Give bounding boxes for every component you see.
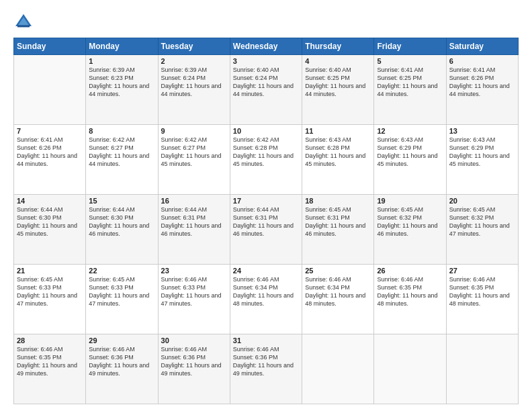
calendar-cell: 27Sunrise: 6:46 AMSunset: 6:35 PMDayligh… [446, 265, 518, 334]
calendar-cell: 10Sunrise: 6:42 AMSunset: 6:28 PMDayligh… [230, 125, 302, 195]
day-number: 1 [89, 57, 154, 65]
day-info: Sunrise: 6:46 AMSunset: 6:34 PMDaylight:… [233, 275, 299, 308]
day-info: Sunrise: 6:43 AMSunset: 6:29 PMDaylight:… [377, 136, 443, 169]
day-number: 11 [305, 127, 371, 135]
day-info: Sunrise: 6:45 AMSunset: 6:31 PMDaylight:… [305, 205, 371, 238]
day-info: Sunrise: 6:40 AMSunset: 6:25 PMDaylight:… [305, 66, 371, 99]
day-number: 23 [161, 267, 227, 275]
calendar-cell: 3Sunrise: 6:40 AMSunset: 6:24 PMDaylight… [230, 55, 302, 125]
svg-rect-2 [17, 26, 30, 28]
day-info: Sunrise: 6:46 AMSunset: 6:36 PMDaylight:… [89, 345, 154, 378]
day-number: 27 [449, 267, 515, 275]
day-number: 28 [17, 336, 83, 345]
day-info: Sunrise: 6:43 AMSunset: 6:29 PMDaylight:… [449, 136, 515, 169]
day-number: 14 [17, 197, 83, 205]
weekday-header-monday: Monday [86, 38, 158, 55]
calendar-cell [446, 334, 518, 404]
day-number: 3 [233, 57, 299, 65]
calendar-cell: 2Sunrise: 6:39 AMSunset: 6:24 PMDaylight… [158, 55, 230, 125]
day-info: Sunrise: 6:45 AMSunset: 6:32 PMDaylight:… [377, 205, 443, 238]
day-number: 16 [161, 197, 227, 205]
calendar-cell: 5Sunrise: 6:41 AMSunset: 6:25 PMDaylight… [374, 55, 446, 125]
day-number: 10 [233, 127, 299, 135]
calendar-cell: 7Sunrise: 6:41 AMSunset: 6:26 PMDaylight… [14, 125, 86, 195]
header [13, 12, 519, 32]
day-info: Sunrise: 6:46 AMSunset: 6:35 PMDaylight:… [17, 345, 83, 378]
calendar-cell: 31Sunrise: 6:46 AMSunset: 6:36 PMDayligh… [230, 334, 302, 404]
day-number: 2 [161, 57, 227, 65]
calendar-cell: 29Sunrise: 6:46 AMSunset: 6:36 PMDayligh… [86, 334, 158, 404]
week-row-1: 1Sunrise: 6:39 AMSunset: 6:23 PMDaylight… [14, 55, 519, 125]
day-number: 7 [17, 127, 83, 135]
day-info: Sunrise: 6:46 AMSunset: 6:36 PMDaylight:… [161, 345, 227, 378]
day-number: 8 [89, 127, 154, 135]
calendar-cell: 9Sunrise: 6:42 AMSunset: 6:27 PMDaylight… [158, 125, 230, 195]
weekday-header-sunday: Sunday [14, 38, 86, 55]
weekday-header-thursday: Thursday [302, 38, 374, 55]
logo-icon [13, 12, 34, 32]
day-number: 6 [449, 57, 515, 65]
calendar-cell [14, 55, 86, 125]
calendar-cell: 13Sunrise: 6:43 AMSunset: 6:29 PMDayligh… [446, 125, 518, 195]
week-row-5: 28Sunrise: 6:46 AMSunset: 6:35 PMDayligh… [14, 334, 519, 404]
day-number: 5 [377, 57, 443, 65]
calendar-cell: 24Sunrise: 6:46 AMSunset: 6:34 PMDayligh… [230, 265, 302, 334]
day-info: Sunrise: 6:46 AMSunset: 6:35 PMDaylight:… [377, 275, 443, 308]
calendar-cell: 26Sunrise: 6:46 AMSunset: 6:35 PMDayligh… [374, 265, 446, 334]
day-number: 18 [305, 197, 371, 205]
day-info: Sunrise: 6:42 AMSunset: 6:27 PMDaylight:… [161, 136, 227, 169]
day-number: 17 [233, 197, 299, 205]
day-number: 15 [89, 197, 154, 205]
day-number: 9 [161, 127, 227, 135]
day-info: Sunrise: 6:45 AMSunset: 6:32 PMDaylight:… [449, 205, 515, 238]
day-number: 31 [233, 336, 299, 345]
day-info: Sunrise: 6:44 AMSunset: 6:30 PMDaylight:… [17, 205, 83, 238]
day-info: Sunrise: 6:46 AMSunset: 6:34 PMDaylight:… [305, 275, 371, 308]
calendar-cell: 17Sunrise: 6:44 AMSunset: 6:31 PMDayligh… [230, 195, 302, 265]
week-row-3: 14Sunrise: 6:44 AMSunset: 6:30 PMDayligh… [14, 195, 519, 265]
calendar-cell: 19Sunrise: 6:45 AMSunset: 6:32 PMDayligh… [374, 195, 446, 265]
calendar-table: SundayMondayTuesdayWednesdayThursdayFrid… [13, 38, 519, 404]
day-info: Sunrise: 6:43 AMSunset: 6:28 PMDaylight:… [305, 136, 371, 169]
day-info: Sunrise: 6:40 AMSunset: 6:24 PMDaylight:… [233, 66, 299, 99]
week-row-4: 21Sunrise: 6:45 AMSunset: 6:33 PMDayligh… [14, 265, 519, 334]
calendar-cell: 28Sunrise: 6:46 AMSunset: 6:35 PMDayligh… [14, 334, 86, 404]
day-info: Sunrise: 6:41 AMSunset: 6:26 PMDaylight:… [449, 66, 515, 99]
weekday-header-friday: Friday [374, 38, 446, 55]
weekday-header-wednesday: Wednesday [230, 38, 302, 55]
day-number: 24 [233, 267, 299, 275]
day-info: Sunrise: 6:41 AMSunset: 6:25 PMDaylight:… [377, 66, 443, 99]
calendar-cell [302, 334, 374, 404]
calendar-cell: 18Sunrise: 6:45 AMSunset: 6:31 PMDayligh… [302, 195, 374, 265]
day-number: 25 [305, 267, 371, 275]
calendar-cell: 4Sunrise: 6:40 AMSunset: 6:25 PMDaylight… [302, 55, 374, 125]
day-number: 4 [305, 57, 371, 65]
weekday-header-tuesday: Tuesday [158, 38, 230, 55]
day-info: Sunrise: 6:44 AMSunset: 6:31 PMDaylight:… [233, 205, 299, 238]
day-info: Sunrise: 6:46 AMSunset: 6:35 PMDaylight:… [449, 275, 515, 308]
calendar-cell: 22Sunrise: 6:45 AMSunset: 6:33 PMDayligh… [86, 265, 158, 334]
day-info: Sunrise: 6:42 AMSunset: 6:27 PMDaylight:… [89, 136, 154, 169]
weekday-header-row: SundayMondayTuesdayWednesdayThursdayFrid… [14, 38, 519, 55]
calendar-cell [374, 334, 446, 404]
day-info: Sunrise: 6:44 AMSunset: 6:31 PMDaylight:… [161, 205, 227, 238]
day-info: Sunrise: 6:45 AMSunset: 6:33 PMDaylight:… [17, 275, 83, 308]
day-info: Sunrise: 6:39 AMSunset: 6:23 PMDaylight:… [89, 66, 154, 99]
calendar-cell: 11Sunrise: 6:43 AMSunset: 6:28 PMDayligh… [302, 125, 374, 195]
calendar-cell: 14Sunrise: 6:44 AMSunset: 6:30 PMDayligh… [14, 195, 86, 265]
day-info: Sunrise: 6:42 AMSunset: 6:28 PMDaylight:… [233, 136, 299, 169]
calendar-cell: 6Sunrise: 6:41 AMSunset: 6:26 PMDaylight… [446, 55, 518, 125]
calendar-cell: 30Sunrise: 6:46 AMSunset: 6:36 PMDayligh… [158, 334, 230, 404]
page: SundayMondayTuesdayWednesdayThursdayFrid… [0, 0, 532, 411]
day-number: 13 [449, 127, 515, 135]
day-number: 20 [449, 197, 515, 205]
day-number: 26 [377, 267, 443, 275]
calendar-cell: 15Sunrise: 6:44 AMSunset: 6:30 PMDayligh… [86, 195, 158, 265]
week-row-2: 7Sunrise: 6:41 AMSunset: 6:26 PMDaylight… [14, 125, 519, 195]
logo [13, 12, 36, 32]
day-info: Sunrise: 6:41 AMSunset: 6:26 PMDaylight:… [17, 136, 83, 169]
day-info: Sunrise: 6:44 AMSunset: 6:30 PMDaylight:… [89, 205, 154, 238]
day-info: Sunrise: 6:46 AMSunset: 6:36 PMDaylight:… [233, 345, 299, 378]
day-info: Sunrise: 6:45 AMSunset: 6:33 PMDaylight:… [89, 275, 154, 308]
day-number: 21 [17, 267, 83, 275]
